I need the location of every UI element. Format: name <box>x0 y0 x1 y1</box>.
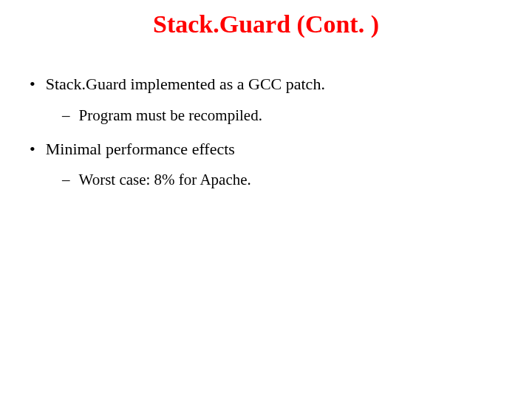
bullet-text: Minimal performance effects <box>46 139 235 160</box>
bullet-item: – Worst case: 8% for Apache. <box>62 170 510 190</box>
dash-marker-icon: – <box>62 170 70 190</box>
slide-title: Stack.Guard (Cont. ) <box>22 10 510 38</box>
bullet-text: Program must be recompiled. <box>79 106 262 126</box>
dash-marker-icon: – <box>62 106 70 126</box>
bullet-text: Worst case: 8% for Apache. <box>79 170 251 190</box>
bullet-text: Stack.Guard implemented as a GCC patch. <box>46 74 325 95</box>
bullet-marker-icon: • <box>30 74 35 95</box>
bullet-item: • Minimal performance effects <box>30 139 510 160</box>
bullet-item: – Program must be recompiled. <box>62 106 510 126</box>
bullet-item: • Stack.Guard implemented as a GCC patch… <box>30 74 510 95</box>
slide: Stack.Guard (Cont. ) • Stack.Guard imple… <box>0 0 532 399</box>
bullet-marker-icon: • <box>30 139 35 160</box>
